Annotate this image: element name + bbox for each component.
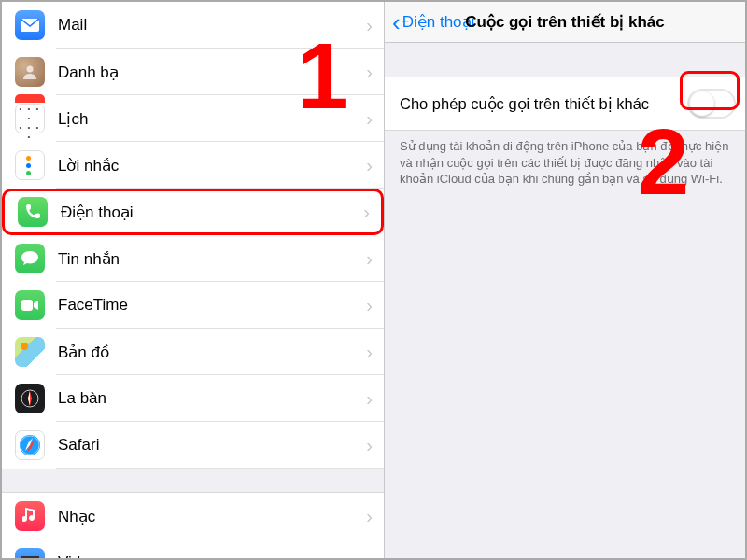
row-video[interactable]: Video ›: [2, 539, 384, 558]
page-title: Cuộc gọi trên thiết bị khác: [465, 12, 665, 32]
row-reminders[interactable]: Lời nhắc ›: [2, 142, 384, 189]
settings-detail-pane: ‹ Điện thoại Cuộc gọi trên thiết bị khác…: [385, 2, 745, 558]
svg-rect-7: [21, 556, 39, 558]
row-compass[interactable]: La bàn ›: [2, 375, 384, 422]
row-reminders-label: Lời nhắc: [58, 156, 366, 175]
video-icon: [15, 548, 45, 558]
row-phone-label: Điện thoại: [61, 203, 363, 222]
row-contacts-label: Danh bạ: [58, 63, 366, 82]
row-calendar-label: Lịch: [58, 109, 366, 129]
chevron-right-icon: ›: [366, 155, 373, 176]
settings-list: Mail › Danh bạ › • • • •• • • • Lịch ›: [2, 2, 384, 558]
svg-rect-2: [21, 300, 33, 311]
row-facetime-label: FaceTime: [58, 296, 366, 315]
reminders-icon: [15, 150, 45, 180]
allow-calls-toggle-row: Cho phép cuộc gọi trên thiết bị khác: [385, 77, 745, 131]
row-music-label: Nhạc: [58, 507, 366, 526]
chevron-right-icon: ›: [366, 435, 373, 456]
chevron-left-icon: ‹: [392, 10, 401, 35]
chevron-right-icon: ›: [366, 15, 373, 36]
row-facetime[interactable]: FaceTime ›: [2, 282, 384, 329]
nav-bar: ‹ Điện thoại Cuộc gọi trên thiết bị khác: [385, 2, 745, 43]
chevron-right-icon: ›: [366, 248, 373, 270]
compass-icon: [15, 384, 45, 413]
phone-icon: [18, 197, 48, 227]
row-music[interactable]: Nhạc ›: [2, 493, 384, 539]
row-messages[interactable]: Tin nhắn ›: [2, 235, 384, 282]
music-icon: [15, 501, 45, 531]
mail-icon: [15, 10, 45, 40]
settings-master-list: Mail › Danh bạ › • • • •• • • • Lịch ›: [2, 2, 385, 558]
calendar-icon: • • • •• • • •: [15, 104, 45, 133]
chevron-right-icon: ›: [363, 202, 370, 223]
row-maps-label: Bản đồ: [58, 343, 366, 362]
allow-calls-label: Cho phép cuộc gọi trên thiết bị khác: [400, 95, 687, 113]
toggle-knob: [690, 91, 714, 116]
facetime-icon: [15, 290, 45, 320]
safari-icon: [15, 430, 45, 460]
row-phone[interactable]: Điện thoại ›: [2, 189, 384, 235]
chevron-right-icon: ›: [366, 295, 373, 316]
chevron-right-icon: ›: [366, 553, 373, 559]
chevron-right-icon: ›: [366, 506, 373, 527]
toggle-section: Cho phép cuộc gọi trên thiết bị khác Sử …: [385, 77, 745, 188]
back-button[interactable]: ‹ Điện thoại: [392, 10, 474, 35]
row-compass-label: La bàn: [58, 389, 366, 408]
row-calendar[interactable]: • • • •• • • • Lịch ›: [2, 95, 384, 142]
section-description: Sử dụng tài khoản di động trên iPhone củ…: [385, 131, 745, 188]
allow-calls-toggle[interactable]: [687, 89, 736, 119]
row-mail-label: Mail: [58, 16, 366, 35]
settings-split-view: Mail › Danh bạ › • • • •• • • • Lịch ›: [2, 2, 745, 558]
chevron-right-icon: ›: [366, 342, 373, 363]
row-contacts[interactable]: Danh bạ ›: [2, 49, 384, 95]
row-mail[interactable]: Mail ›: [2, 2, 384, 49]
group-separator: [2, 469, 384, 493]
back-label: Điện thoại: [402, 12, 475, 32]
row-maps[interactable]: Bản đồ ›: [2, 329, 384, 375]
row-video-label: Video: [58, 553, 366, 558]
row-safari-label: Safari: [58, 436, 366, 455]
contacts-icon: [15, 57, 45, 87]
chevron-right-icon: ›: [366, 62, 373, 83]
messages-icon: [15, 244, 45, 273]
svg-point-1: [27, 66, 34, 73]
chevron-right-icon: ›: [366, 108, 373, 130]
row-messages-label: Tin nhắn: [58, 249, 366, 269]
chevron-right-icon: ›: [366, 388, 373, 410]
maps-icon: [15, 337, 45, 367]
row-safari[interactable]: Safari ›: [2, 422, 384, 469]
